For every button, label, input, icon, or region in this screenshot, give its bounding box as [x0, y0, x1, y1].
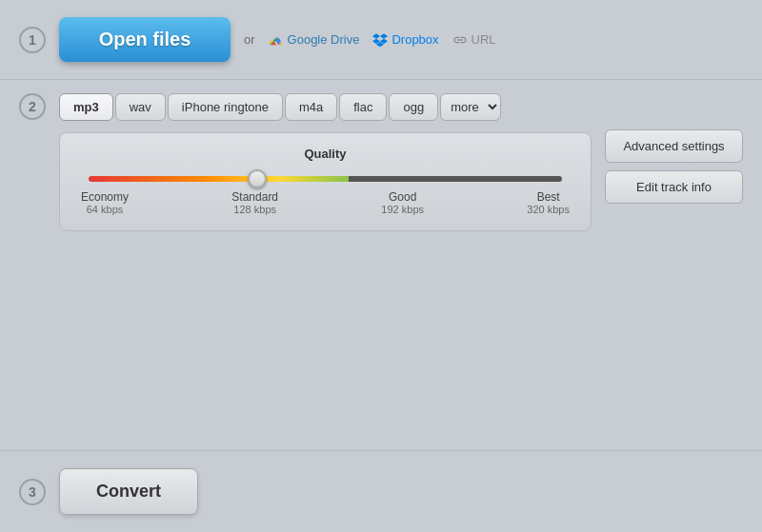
quality-economy: Economy 64 kbps [81, 190, 129, 215]
step-1-circle: 1 [19, 27, 46, 53]
quality-standard: Standard 128 kbps [231, 190, 278, 215]
quality-markers: Economy 64 kbps Standard 128 kbps Good 1… [79, 190, 572, 215]
dropbox-label: Dropbox [391, 32, 438, 47]
section-1: 1 Open files or Google Drive [0, 0, 762, 80]
url-icon [452, 32, 468, 48]
tab-mp3[interactable]: mp3 [59, 93, 113, 121]
tab-ogg[interactable]: ogg [389, 93, 438, 121]
quality-best: Best 320 kbps [527, 190, 570, 215]
more-formats-select[interactable]: more aac wma opus [440, 93, 501, 121]
format-tabs: mp3 wav iPhone ringtone m4a flac ogg mor… [59, 93, 592, 121]
section-3: 3 Convert [0, 450, 762, 532]
or-text: or [244, 32, 255, 47]
dropbox-icon [372, 32, 388, 48]
google-drive-link[interactable]: Google Drive [269, 32, 360, 48]
quality-panel: Quality Economy 64 kbps Standard 128 kbp… [59, 132, 592, 231]
quality-good: Good 192 kbps [381, 190, 424, 215]
tab-m4a[interactable]: m4a [285, 93, 337, 121]
open-files-button[interactable]: Open files [59, 17, 231, 62]
convert-button[interactable]: Convert [59, 468, 198, 515]
slider-container [89, 170, 562, 185]
advanced-settings-button[interactable]: Advanced settings [605, 129, 743, 163]
app-container: 1 Open files or Google Drive [0, 0, 762, 532]
section-2: 2 mp3 wav iPhone ringtone m4a flac ogg m… [0, 80, 762, 450]
quality-slider[interactable] [89, 176, 562, 182]
google-drive-icon [269, 32, 284, 48]
google-drive-label: Google Drive [288, 32, 360, 47]
step-2-circle: 2 [19, 93, 46, 120]
format-area: mp3 wav iPhone ringtone m4a flac ogg mor… [59, 93, 592, 231]
url-label: URL [471, 32, 496, 47]
tab-wav[interactable]: wav [115, 93, 166, 121]
section-2-inner: 2 mp3 wav iPhone ringtone m4a flac ogg m… [19, 93, 743, 231]
step-3-circle: 3 [19, 479, 46, 505]
quality-label: Quality [79, 147, 572, 161]
tab-iphone-ringtone[interactable]: iPhone ringtone [168, 93, 283, 121]
dropbox-link[interactable]: Dropbox [372, 32, 438, 48]
right-buttons: Advanced settings Edit track info [605, 129, 743, 204]
edit-track-info-button[interactable]: Edit track info [605, 170, 743, 204]
tab-flac[interactable]: flac [339, 93, 387, 121]
url-link[interactable]: URL [452, 32, 496, 48]
cloud-links: Google Drive Dropbox URL [269, 32, 496, 48]
